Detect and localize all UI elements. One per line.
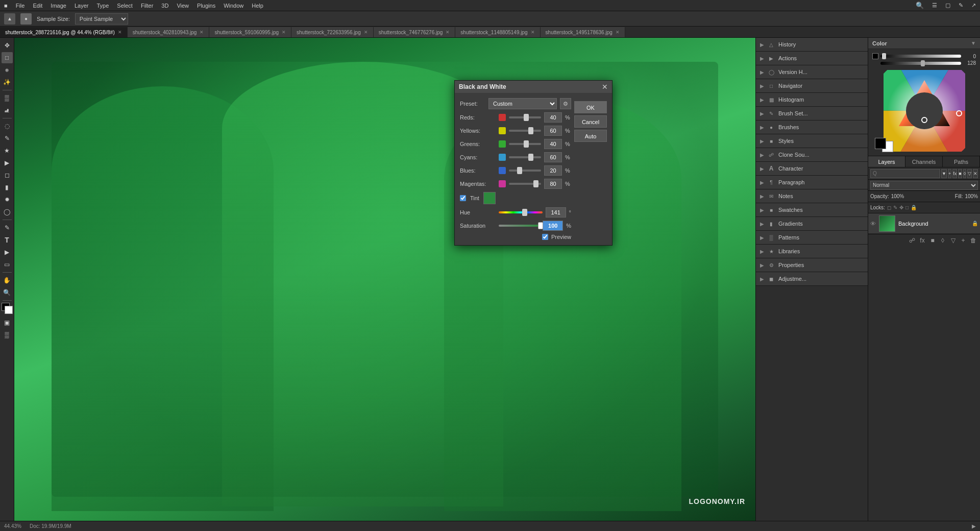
layer-del-btn[interactable]: ✕ [973, 169, 978, 178]
layer-adj-btn[interactable]: ◊ [963, 169, 966, 178]
tab-4[interactable]: shutterstock_746776276.jpg ✕ [374, 27, 456, 37]
zoom-tool[interactable]: 🔍 [2, 287, 13, 298]
dialog-title-bar[interactable]: Black and White ✕ [455, 81, 612, 93]
tab-close-2[interactable]: ✕ [282, 30, 286, 35]
gray-slider-thumb[interactable] [921, 60, 925, 66]
magentas-slider-thumb[interactable] [533, 180, 538, 187]
magic-wand-tool[interactable]: ✨ [2, 77, 13, 88]
cancel-button[interactable]: Cancel [574, 115, 607, 128]
adjustme-panel-header[interactable]: ▶ ◼ Adjustme... [756, 272, 868, 285]
histogram-panel-header[interactable]: ▶ ▩ Histogram [756, 93, 868, 106]
auto-button[interactable]: Auto [574, 130, 607, 142]
opacity-value[interactable]: 100% [891, 194, 904, 199]
tint-checkbox[interactable] [460, 195, 466, 201]
lock-transparent-btn[interactable]: ◻ [887, 205, 891, 210]
workspace-icon[interactable]: ☰ [932, 2, 937, 9]
layer-link-btn[interactable]: ☍ [908, 236, 917, 245]
tab-2[interactable]: shutterstock_591060995.jpg ✕ [209, 27, 291, 37]
cyans-value-input[interactable] [544, 152, 562, 162]
hue-value-input[interactable] [546, 207, 566, 218]
lock-position-btn[interactable]: ✥ [899, 205, 903, 210]
blur-tool[interactable]: ✹ [2, 194, 13, 205]
tab-1[interactable]: shutterstock_402810943.jpg ✕ [128, 27, 210, 37]
lock-image-btn[interactable]: ✎ [893, 205, 897, 210]
hand-tool[interactable]: ✋ [2, 275, 13, 286]
preview-checkbox[interactable] [542, 234, 548, 240]
layers-search-input[interactable] [870, 169, 940, 178]
lasso-tool[interactable]: ⎈ [2, 64, 13, 76]
menu-item-3d[interactable]: 3D [161, 3, 168, 9]
crop-tool[interactable]: ▒ [2, 92, 13, 104]
layer-mask-bottom-btn[interactable]: ■ [928, 236, 937, 245]
dialog-close-button[interactable]: ✕ [602, 83, 608, 90]
menu-item-layer[interactable]: Layer [75, 3, 89, 9]
history-panel-header[interactable]: ▶ △ History [756, 38, 868, 51]
yellows-slider-thumb[interactable] [528, 127, 533, 134]
pen-tool[interactable]: ✎ [2, 222, 13, 233]
tab-close-4[interactable]: ✕ [446, 30, 450, 35]
hue-slider-thumb[interactable] [522, 209, 527, 216]
menu-item-select[interactable]: Select [117, 3, 133, 9]
yellows-value-input[interactable] [544, 126, 562, 136]
greens-value-input[interactable] [544, 139, 562, 149]
share-icon[interactable]: ↗ [971, 2, 976, 9]
menu-item-file[interactable]: File [16, 3, 25, 9]
menu-item-edit[interactable]: Edit [33, 3, 42, 9]
swatches-panel-header[interactable]: ▶ ■ Swatches [756, 203, 868, 216]
history-brush-tool[interactable]: ▶ [2, 157, 13, 168]
arrange-icon[interactable]: ▢ [945, 2, 950, 9]
menu-item-filter[interactable]: Filter [141, 3, 153, 9]
reds-slider-track[interactable] [509, 116, 541, 118]
gradients-panel-header[interactable]: ▶ ▮ Gradients [756, 217, 868, 230]
layer-filter-btn[interactable]: ▼ [941, 169, 947, 178]
foreground-color[interactable] [2, 303, 13, 314]
extras-icon[interactable]: ✎ [959, 2, 963, 9]
tab-close-0[interactable]: ✕ [118, 30, 122, 35]
version-h-panel-header[interactable]: ▶ ◯ Version H... [756, 65, 868, 79]
menu-item-type[interactable]: Type [96, 3, 109, 9]
tab-close-3[interactable]: ✕ [364, 30, 368, 35]
shape-tool[interactable]: ▭ [2, 259, 13, 270]
reds-slider-thumb[interactable] [524, 114, 529, 121]
fg-swatch-small[interactable] [872, 53, 878, 59]
tab-0[interactable]: shutterstock_288721616.jpg @ 44.4% (RGB/… [0, 27, 128, 37]
brush-set-panel-header[interactable]: ▶ ✎ Brush Set... [756, 107, 868, 120]
patterns-panel-header[interactable]: ▶ ▒ Patterns [756, 231, 868, 244]
bw-slider-track[interactable] [880, 55, 961, 58]
lock-all-btn[interactable]: 🔒 [911, 205, 917, 210]
libraries-panel-header[interactable]: ▶ ★ Libraries [756, 245, 868, 258]
tab-6[interactable]: shutterstock_1495178636.jpg ✕ [541, 27, 625, 37]
preset-select[interactable]: Custom Default Blue Filter Green Filter … [488, 98, 557, 109]
layer-style-btn[interactable]: fx [918, 236, 927, 245]
paths-tab[interactable]: Paths [943, 156, 980, 167]
tab-3[interactable]: shutterstock_722633956.jpg ✕ [291, 27, 374, 37]
path-select-tool[interactable]: ▶ [2, 247, 13, 258]
saturation-slider-track[interactable] [499, 225, 540, 227]
brushes-panel-header[interactable]: ▶ ● Brushes [756, 120, 868, 134]
magentas-slider-track[interactable] [509, 183, 541, 185]
spot-heal-tool[interactable]: ◌ [2, 120, 13, 132]
layer-group-btn[interactable]: ▽ [948, 236, 958, 245]
lock-artboard-btn[interactable]: □ [905, 205, 909, 210]
hue-slider-track[interactable] [499, 211, 543, 213]
fill-value[interactable]: 100% [965, 194, 978, 199]
tab-close-6[interactable]: ✕ [616, 30, 620, 35]
menu-item-view[interactable]: View [177, 3, 189, 9]
layers-tab[interactable]: Layers [868, 156, 905, 167]
tab-close-1[interactable]: ✕ [200, 30, 204, 35]
reds-value-input[interactable] [544, 112, 562, 123]
text-tool[interactable]: T [2, 234, 13, 246]
layer-item-background[interactable]: 👁 Background 🔒 [868, 213, 980, 234]
yellows-slider-track[interactable] [509, 130, 541, 132]
tab-close-5[interactable]: ✕ [531, 30, 535, 35]
layer-fx-btn[interactable]: fx [952, 169, 957, 178]
screen-mode-btn[interactable]: ▒ [2, 329, 13, 341]
dodge-tool[interactable]: ◯ [2, 206, 13, 218]
layer-visibility-icon[interactable]: 👁 [870, 221, 876, 227]
greens-slider-track[interactable] [509, 143, 541, 145]
preset-gear-icon[interactable]: ⚙ [560, 98, 571, 109]
tint-color-swatch[interactable] [483, 192, 496, 204]
menu-item-help[interactable]: Help [252, 3, 263, 9]
magentas-value-input[interactable] [544, 179, 562, 189]
color-panel-header[interactable]: Color ▼ [868, 38, 980, 49]
